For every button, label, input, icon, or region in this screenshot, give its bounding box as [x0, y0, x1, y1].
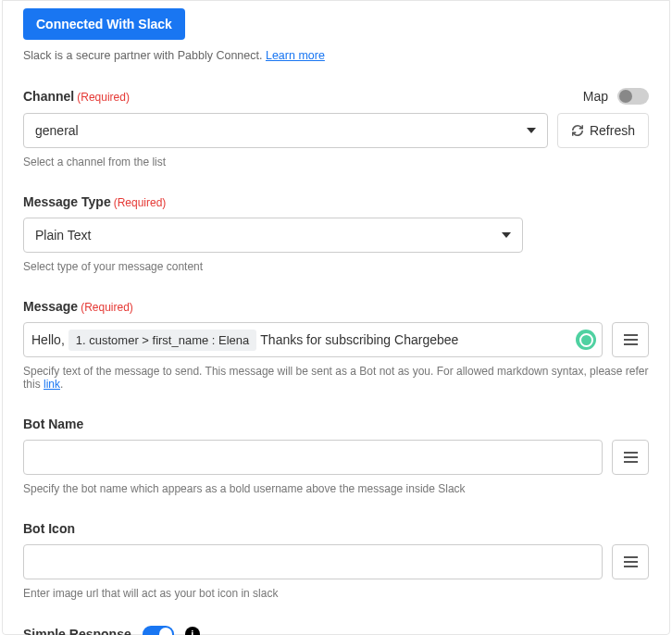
- channel-required: (Required): [77, 91, 130, 104]
- message-type-label: Message Type: [23, 194, 111, 209]
- chevron-down-icon: [527, 128, 536, 133]
- hamburger-icon: [624, 452, 638, 463]
- channel-helper: Select a channel from the list: [23, 156, 649, 168]
- bot-name-input[interactable]: [23, 440, 603, 475]
- message-field: Message(Required) Hello, 1. customer > f…: [23, 299, 649, 391]
- chevron-down-icon: [502, 232, 511, 238]
- channel-select-value: general: [35, 123, 79, 138]
- hamburger-icon: [624, 556, 638, 567]
- message-type-helper: Select type of your message content: [23, 260, 649, 273]
- bot-icon-input[interactable]: [23, 544, 603, 579]
- message-label: Message: [23, 299, 78, 314]
- simple-response-row: Simple Response i: [23, 626, 649, 635]
- bot-icon-label: Bot Icon: [23, 521, 649, 536]
- map-toggle[interactable]: [617, 88, 649, 105]
- refresh-label: Refresh: [590, 123, 635, 138]
- info-icon[interactable]: i: [185, 627, 200, 635]
- refresh-button[interactable]: Refresh: [557, 113, 649, 148]
- bot-icon-field: Bot Icon Enter image url that will act a…: [23, 521, 649, 600]
- message-text-before: Hello,: [31, 332, 65, 347]
- learn-more-link[interactable]: Learn more: [266, 49, 325, 62]
- markdown-link[interactable]: link: [44, 378, 60, 391]
- message-type-field: Message Type(Required) Plain Text Select…: [23, 194, 649, 273]
- bot-icon-options-button[interactable]: [612, 544, 649, 579]
- message-text-after: Thanks for subscribing Chargebee: [260, 332, 458, 347]
- bot-name-options-button[interactable]: [612, 440, 649, 475]
- form-panel: Connected With Slack Slack is a secure p…: [2, 0, 670, 635]
- hamburger-icon: [624, 334, 638, 345]
- channel-field: Channel(Required) Map general Refresh Se…: [23, 88, 649, 168]
- simple-response-toggle[interactable]: [143, 626, 174, 635]
- message-helper: Specify text of the message to send. Thi…: [23, 365, 649, 391]
- status-ok-icon: [576, 330, 596, 350]
- message-helper-text: Specify text of the message to send. Thi…: [23, 365, 648, 391]
- message-type-select[interactable]: Plain Text: [23, 218, 523, 253]
- map-label: Map: [583, 89, 608, 104]
- partner-text: Slack is a secure partner with Pabbly Co…: [23, 49, 266, 62]
- refresh-icon: [571, 124, 584, 137]
- bot-icon-helper: Enter image url that will act as your bo…: [23, 587, 649, 600]
- message-variable-chip[interactable]: 1. customer > first_name : Elena: [68, 330, 257, 351]
- connected-with-slack-button[interactable]: Connected With Slack: [23, 8, 185, 40]
- message-input[interactable]: Hello, 1. customer > first_name : Elena …: [23, 322, 603, 357]
- bot-name-field: Bot Name Specify the bot name which appe…: [23, 417, 649, 495]
- bot-name-label: Bot Name: [23, 417, 649, 431]
- message-type-required: (Required): [114, 196, 167, 209]
- partner-helper: Slack is a secure partner with Pabbly Co…: [23, 40, 649, 62]
- channel-label: Channel: [23, 89, 74, 104]
- message-type-value: Plain Text: [35, 228, 91, 243]
- message-options-button[interactable]: [612, 322, 649, 357]
- bot-name-helper: Specify the bot name which appears as a …: [23, 482, 649, 495]
- simple-response-label: Simple Response: [23, 627, 131, 635]
- channel-select[interactable]: general: [23, 113, 548, 148]
- message-required: (Required): [81, 301, 133, 314]
